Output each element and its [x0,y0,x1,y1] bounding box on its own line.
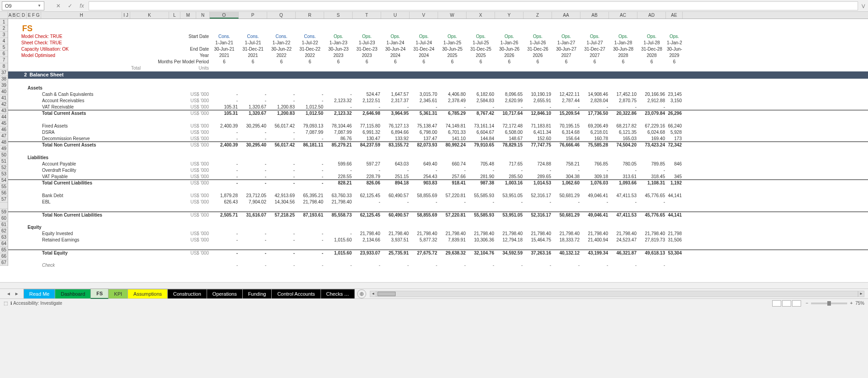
col-header-P[interactable]: P [239,12,267,19]
col-header-O[interactable]: O [210,12,239,19]
row-header-55[interactable]: 55 [0,184,8,190]
row-header-50[interactable]: 50 [0,152,8,158]
col-header-E F G[interactable]: E F G [27,12,41,19]
col-header-Q[interactable]: Q [267,12,296,19]
row-header-39[interactable]: 39 [0,82,8,89]
row-header-51[interactable]: 51 [0,158,8,165]
col-header-N[interactable]: N [196,12,210,19]
row-header-59[interactable]: 59 [0,209,8,215]
h-scroll-thumb[interactable] [377,292,396,296]
tab-nav-arrows[interactable]: ◄► [2,291,24,296]
row-header-65[interactable]: 65 [0,247,8,253]
col-header-AD[interactable]: AD [637,12,666,19]
row-header-57[interactable]: 57 [0,196,8,203]
row-header-[interactable] [0,203,8,209]
zoom-level[interactable]: 75% [855,301,864,306]
row-header-62[interactable]: 62 [0,228,8,234]
row-header-56[interactable]: 56 [0,190,8,196]
tab-funding[interactable]: Funding [242,289,272,298]
col-header-A[interactable]: A [8,12,12,19]
row-header-8[interactable]: 8 [0,63,8,70]
col-header-W[interactable]: W [438,12,467,19]
scroll-left-button[interactable]: ◄ [370,291,376,297]
view-page-layout-icon[interactable] [782,300,791,307]
col-header-D[interactable]: D [20,12,27,19]
row-header-7[interactable]: 7 [0,57,8,63]
row-header-60[interactable]: 60 [0,215,8,222]
row-header-63[interactable]: 63 [0,234,8,241]
dropdown-icon[interactable]: ▼ [38,4,41,8]
tab-operations[interactable]: Operations [207,289,243,298]
row-header-67[interactable]: 67 [0,260,8,266]
row-header-40[interactable]: 40 [0,89,8,95]
col-header-I J[interactable]: I J [122,12,130,19]
tab-read-me[interactable]: Read Me [24,289,56,298]
col-header-V[interactable]: V [410,12,438,19]
accessibility-status[interactable]: ℹ Accessibility: Investigate [10,301,62,306]
zoom-out-button[interactable]: − [806,301,808,306]
row-header-53[interactable]: 53 [0,171,8,177]
col-header-T[interactable]: T [353,12,381,19]
col-header-AA[interactable]: AA [552,12,580,19]
expand-formula-icon[interactable]: ⋁ [860,4,866,8]
row-header-5[interactable]: 5 [0,44,8,51]
col-header-L[interactable]: L [169,12,180,19]
tab-fs[interactable]: FS [90,288,108,299]
row-header-64[interactable]: 64 [0,241,8,247]
view-buttons[interactable] [772,300,801,307]
col-header-U[interactable]: U [381,12,410,19]
row-headers[interactable]: 1234567837383940414243444546474849505152… [0,19,8,266]
col-header-AC[interactable]: AC [609,12,637,19]
spreadsheet-grid[interactable]: ABCDE F GHI JKLMNOPQRSTUVWXYZAAABACADAE … [0,12,868,282]
row-header-2[interactable]: 2 [0,25,8,32]
accept-icon[interactable]: ✓ [65,1,75,10]
row-header-61[interactable]: 61 [0,222,8,228]
col-header-S[interactable]: S [324,12,353,19]
zoom-in-button[interactable]: + [850,301,853,306]
col-header-H[interactable]: H [41,12,122,19]
scroll-right-button[interactable]: ► [858,291,864,297]
tab-control-accounts[interactable]: Control Accounts [271,289,321,298]
row-header-37[interactable]: 37 [0,70,8,76]
col-header-X[interactable]: X [467,12,495,19]
row-header-49[interactable]: 49 [0,146,8,152]
row-header-45[interactable]: 45 [0,120,8,127]
row-header-42[interactable]: 42 [0,101,8,108]
row-header-54[interactable]: 54 [0,177,8,184]
view-normal-icon[interactable] [772,300,781,307]
row-header-48[interactable]: 48 [0,139,8,146]
formula-input[interactable] [89,1,858,10]
name-box[interactable]: O9▼ [2,1,44,10]
tab-construction[interactable]: Construction [167,289,207,298]
col-header-M[interactable]: M [180,12,196,19]
row-header-1[interactable]: 1 [0,19,8,25]
column-headers[interactable]: ABCDE F GHI JKLMNOPQRSTUVWXYZAAABACADAE [0,12,868,19]
col-header-B[interactable]: B [12,12,16,19]
row-header-52[interactable]: 52 [0,165,8,171]
row-header-66[interactable]: 66 [0,253,8,260]
zoom-slider[interactable] [811,302,847,304]
col-header-AB[interactable]: AB [580,12,609,19]
row-header-38[interactable]: 38 [0,76,8,82]
select-all-corner[interactable] [0,12,8,19]
view-page-break-icon[interactable] [792,300,801,307]
tab-kpi[interactable]: KPI [108,289,128,298]
row-header-47[interactable]: 47 [0,133,8,139]
row-header-41[interactable]: 41 [0,95,8,101]
row-header-6[interactable]: 6 [0,51,8,57]
tab-dashboard[interactable]: Dashboard [55,289,91,298]
col-header-AE[interactable]: AE [666,12,683,19]
row-header-4[interactable]: 4 [0,38,8,44]
add-sheet-button[interactable]: ⊕ [357,289,366,298]
tab-assumptions[interactable]: Assumptions [127,289,168,298]
fx-icon[interactable]: fx [77,1,87,10]
row-header-44[interactable]: 44 [0,114,8,120]
h-scrollbar[interactable] [376,291,858,297]
row-header-46[interactable]: 46 [0,127,8,133]
row-header-43[interactable]: 43 [0,108,8,114]
col-header-Z[interactable]: Z [524,12,552,19]
col-header-K[interactable]: K [130,12,169,19]
row-header-3[interactable]: 3 [0,32,8,38]
col-header-Y[interactable]: Y [495,12,524,19]
col-header-R[interactable]: R [296,12,324,19]
